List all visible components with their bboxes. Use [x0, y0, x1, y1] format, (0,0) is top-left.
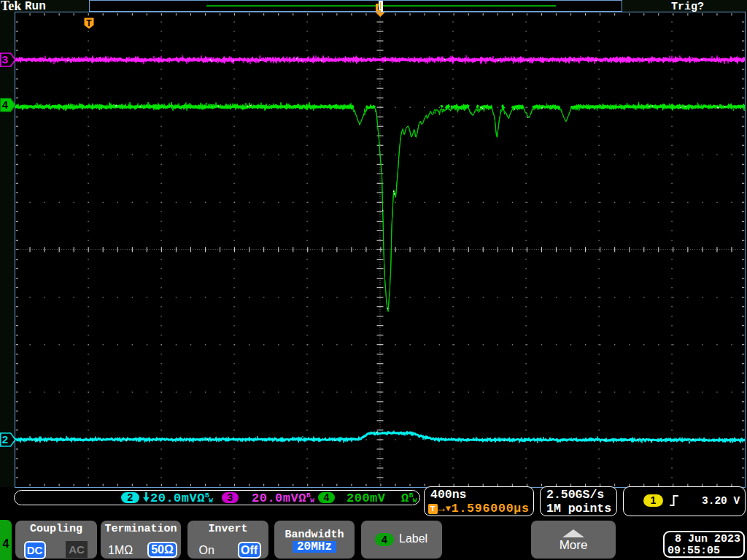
svg-text:3: 3: [2, 53, 8, 66]
svg-text:T: T: [86, 18, 92, 28]
svg-text:2: 2: [2, 433, 8, 446]
svg-text:4: 4: [2, 98, 9, 111]
